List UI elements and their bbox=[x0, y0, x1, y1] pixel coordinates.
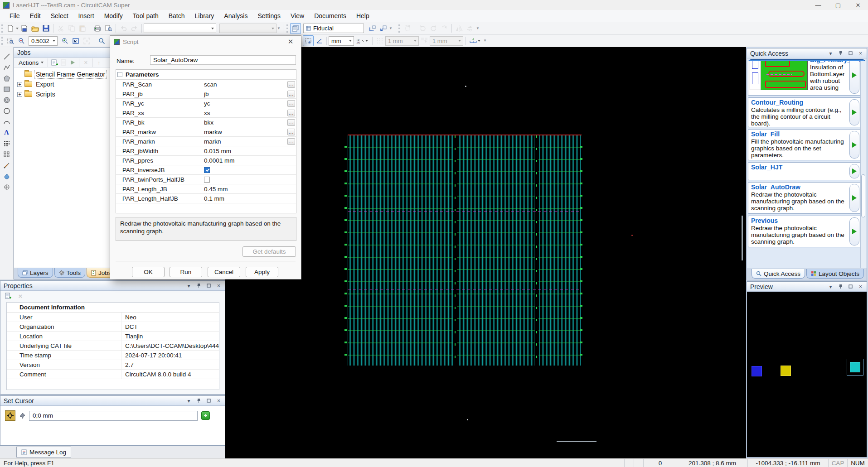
select-rectangle-button[interactable] bbox=[303, 35, 314, 46]
menu-file[interactable]: File bbox=[5, 10, 25, 22]
script-card-contour-routing[interactable]: Contour_Routing Calculates a milling con… bbox=[748, 97, 861, 127]
tab-layers[interactable]: Layers bbox=[18, 268, 53, 278]
pad-matrix-tool[interactable] bbox=[2, 140, 12, 147]
run-script-button[interactable] bbox=[849, 131, 859, 159]
expand-icon[interactable]: + bbox=[17, 92, 22, 97]
cut-icon[interactable] bbox=[55, 23, 66, 34]
maximize-icon[interactable] bbox=[848, 50, 853, 56]
param-row[interactable]: PAR_Scanscan... bbox=[116, 80, 296, 89]
insert-text-tool[interactable]: A bbox=[2, 129, 12, 136]
menu-tool-path[interactable]: Tool path bbox=[128, 10, 164, 22]
tab-quick-access[interactable]: Quick Access bbox=[752, 269, 805, 279]
script-card-previous[interactable]: Previous Redraw the photovoltaic manufac… bbox=[748, 216, 861, 247]
tab-tools[interactable]: Tools bbox=[54, 268, 86, 278]
draw-donut-tool[interactable] bbox=[2, 96, 12, 104]
cursor-coordinate-input[interactable]: 0;0 mm bbox=[29, 411, 198, 421]
param-row[interactable]: PAR_jbjb... bbox=[116, 89, 296, 99]
browse-button[interactable]: ... bbox=[287, 138, 295, 145]
dropdown-icon[interactable]: ▾ bbox=[186, 398, 192, 404]
menu-settings[interactable]: Settings bbox=[252, 10, 286, 22]
edit-job-icon[interactable] bbox=[59, 58, 68, 67]
run-script-button[interactable] bbox=[849, 184, 859, 212]
param-row[interactable]: PAR_Length_JB0.45 mm bbox=[116, 184, 296, 194]
run-button[interactable]: Run bbox=[170, 267, 202, 277]
get-defaults-button[interactable]: Get defaults bbox=[242, 246, 296, 257]
expand-icon[interactable]: + bbox=[17, 82, 22, 87]
maximize-icon[interactable] bbox=[848, 284, 853, 289]
scrollbar-thumb[interactable] bbox=[861, 174, 865, 217]
close-button[interactable]: ✕ bbox=[848, 0, 868, 10]
script-card-big-primary-small[interactable]: Big_Primary_Small Insulation of BottomLa… bbox=[748, 61, 861, 96]
draw-polyline-tool[interactable] bbox=[2, 63, 12, 71]
draw-trace-tool[interactable] bbox=[2, 161, 12, 169]
run-script-button[interactable] bbox=[849, 61, 859, 94]
menu-select[interactable]: Select bbox=[46, 10, 73, 22]
preview-object-blue[interactable] bbox=[752, 366, 762, 376]
add-info-button[interactable] bbox=[4, 292, 13, 300]
menu-library[interactable]: Library bbox=[190, 10, 219, 22]
minimize-button[interactable]: — bbox=[808, 0, 828, 10]
move-up-icon[interactable]: ↑ bbox=[94, 58, 103, 67]
open-button[interactable] bbox=[29, 23, 40, 34]
param-row[interactable]: PAR_bkbkx... bbox=[116, 118, 296, 127]
menu-help[interactable]: Help bbox=[351, 10, 374, 22]
component-matrix-tool[interactable] bbox=[2, 150, 12, 158]
draw-circle-tool[interactable] bbox=[2, 107, 12, 115]
save-button[interactable] bbox=[40, 23, 51, 34]
print-preview-button[interactable] bbox=[103, 23, 114, 34]
run-script-button[interactable] bbox=[849, 99, 859, 125]
horizontal-scrollbar[interactable] bbox=[557, 441, 596, 442]
menu-modify[interactable]: Modify bbox=[99, 10, 128, 22]
menu-edit[interactable]: Edit bbox=[25, 10, 46, 22]
maximize-icon[interactable] bbox=[206, 283, 212, 289]
vertical-scrollbar[interactable] bbox=[742, 216, 743, 260]
draw-arc-tool[interactable] bbox=[2, 118, 12, 125]
pin-icon[interactable] bbox=[838, 50, 844, 56]
param-row[interactable]: PAR_xsxs... bbox=[116, 108, 296, 118]
angle-measure-button[interactable] bbox=[314, 35, 325, 46]
close-icon[interactable]: × bbox=[858, 50, 863, 56]
pin-icon[interactable] bbox=[196, 283, 202, 289]
close-icon[interactable]: × bbox=[858, 284, 863, 289]
search-button[interactable] bbox=[96, 35, 107, 46]
design-canvas[interactable] bbox=[225, 47, 746, 458]
param-row[interactable]: PAR_inverseJB bbox=[116, 165, 296, 175]
param-row[interactable]: PAR_twinPorts_HalfJB bbox=[116, 175, 296, 184]
print-button[interactable] bbox=[92, 23, 103, 34]
close-icon[interactable]: × bbox=[216, 283, 222, 289]
save-as-button[interactable] bbox=[19, 23, 29, 34]
ok-button[interactable]: OK bbox=[132, 267, 165, 277]
pin-icon[interactable] bbox=[838, 284, 844, 289]
checkbox-unchecked[interactable] bbox=[204, 177, 210, 183]
toolbar-grip[interactable] bbox=[1, 24, 3, 33]
layer-select-button[interactable] bbox=[290, 23, 301, 34]
toolbar-overflow-icon[interactable]: ▾ bbox=[276, 27, 281, 30]
maximize-icon[interactable] bbox=[206, 398, 212, 404]
draw-polygon-tool[interactable] bbox=[2, 74, 12, 82]
paste-icon[interactable] bbox=[77, 23, 88, 34]
delete-info-icon[interactable]: × bbox=[16, 292, 24, 300]
message-log-tab[interactable]: Message Log bbox=[16, 447, 71, 457]
param-row[interactable]: PAR_jbWidth0.015 mm bbox=[116, 146, 296, 156]
redo-icon[interactable] bbox=[129, 23, 140, 34]
checkbox-checked[interactable] bbox=[204, 167, 210, 173]
toolbar-grip[interactable] bbox=[1, 37, 3, 45]
measure-button[interactable] bbox=[467, 35, 483, 46]
param-row[interactable]: PAR_marknmarkn... bbox=[116, 137, 296, 146]
scripts-scrollbar[interactable] bbox=[860, 61, 866, 268]
drill-tool[interactable] bbox=[2, 183, 12, 191]
tab-layout-objects[interactable]: Layout Objects bbox=[806, 269, 864, 279]
param-row[interactable]: PAR_ppres0.0001 mm bbox=[116, 156, 296, 165]
run-script-button[interactable] bbox=[849, 164, 859, 178]
param-row[interactable]: PAR_markwmarkw... bbox=[116, 127, 296, 137]
close-icon[interactable]: ✕ bbox=[284, 38, 297, 46]
solar-cell-pattern[interactable] bbox=[348, 135, 582, 366]
toolbar-overflow-icon[interactable]: ▾ bbox=[388, 27, 393, 30]
toolbar-overflow-icon[interactable]: ▾ bbox=[475, 27, 480, 30]
snap-cursor-icon[interactable] bbox=[419, 35, 430, 46]
apply-button[interactable]: Apply bbox=[246, 267, 278, 277]
browse-button[interactable]: ... bbox=[287, 110, 295, 116]
pin-marker-icon[interactable] bbox=[19, 413, 25, 419]
move-origin-button[interactable] bbox=[378, 23, 388, 34]
maximize-button[interactable]: ▢ bbox=[828, 0, 848, 10]
